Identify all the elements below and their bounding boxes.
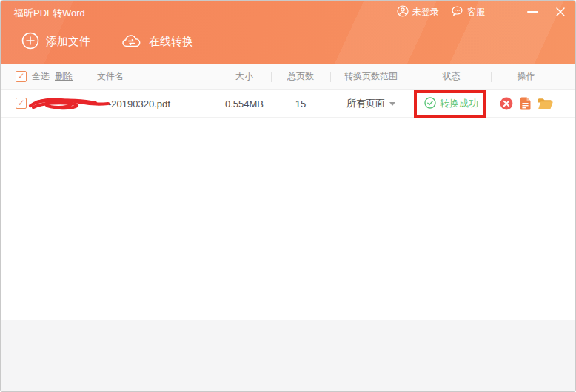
row-checkbox[interactable]: ✓ — [16, 98, 27, 109]
success-check-icon — [424, 97, 436, 111]
select-all-label[interactable]: 全选 — [32, 64, 50, 89]
user-icon — [397, 5, 409, 19]
open-folder-icon[interactable] — [538, 98, 553, 110]
login-label: 未登录 — [412, 6, 439, 18]
online-convert-label: 在线转换 — [149, 35, 193, 49]
chat-bubble-icon — [451, 5, 463, 19]
column-total-pages: 总页数 — [271, 64, 330, 89]
file-row: ✓ -20190320.pdf 0.554MB 15 所有页面 — [1, 90, 576, 118]
status-cell: 转换成功 — [412, 90, 491, 117]
page-range-dropdown[interactable]: 所有页面 — [330, 90, 412, 117]
select-all-checkbox[interactable]: ✓ — [16, 71, 27, 82]
page-range-value: 所有页面 — [346, 97, 385, 110]
footer-bar: 转换格式： .DOCX 保存路径： 和PDF相同路径 开始转换 — [1, 320, 576, 392]
chevron-down-icon — [389, 102, 395, 106]
column-page-range: 转换页数范围 — [330, 64, 412, 89]
open-document-icon[interactable] — [520, 97, 531, 110]
actions-cell — [491, 90, 561, 117]
titlebar-controls: 未登录 客服 — [397, 1, 568, 23]
status-text: 转换成功 — [440, 97, 478, 110]
delete-link[interactable]: 删除 — [55, 64, 73, 89]
app-header: 福昕PDF转Word 未登录 — [1, 1, 576, 64]
menu-button[interactable] — [498, 4, 512, 19]
remove-file-icon[interactable] — [500, 97, 513, 110]
window-title: 福昕PDF转Word — [14, 7, 85, 20]
toolbar: 添加文件 在线转换 — [21, 32, 193, 52]
column-size: 大小 — [218, 64, 271, 89]
close-button[interactable] — [553, 4, 568, 19]
app-window: 福昕PDF转Word 未登录 — [0, 0, 576, 392]
login-button[interactable]: 未登录 — [397, 5, 439, 19]
column-status: 状态 — [412, 64, 491, 89]
column-filename: 文件名 — [97, 64, 124, 89]
cloud-convert-icon — [121, 33, 142, 51]
file-size: 0.554MB — [218, 90, 271, 117]
add-file-label: 添加文件 — [46, 35, 90, 49]
plus-circle-icon — [21, 32, 39, 52]
online-convert-button[interactable]: 在线转换 — [121, 33, 193, 51]
file-total-pages: 15 — [271, 90, 330, 117]
customer-service-label: 客服 — [467, 6, 485, 18]
filename-redaction-scribble — [27, 96, 110, 114]
add-file-button[interactable]: 添加文件 — [21, 32, 90, 52]
list-header: ✓ 全选 删除 文件名 大小 总页数 转换页数范围 状态 操作 — [1, 64, 576, 90]
customer-service-button[interactable]: 客服 — [451, 5, 485, 19]
filename-text: -20190320.pdf — [108, 90, 170, 117]
minimize-button[interactable] — [525, 4, 540, 19]
column-actions: 操作 — [491, 64, 561, 89]
